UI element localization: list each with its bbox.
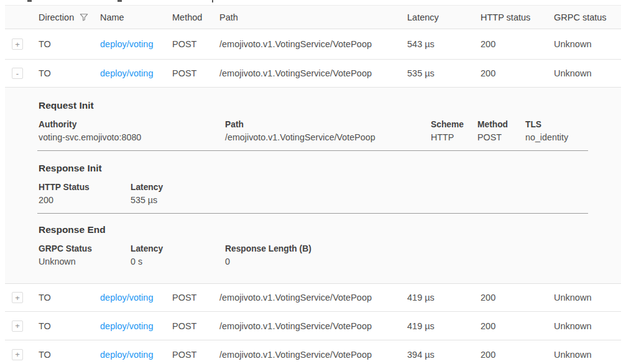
field-value: POST (477, 132, 525, 142)
direction-cell: TO (39, 68, 100, 78)
path-cell: /emojivoto.v1.VotingService/VotePoop (219, 68, 407, 78)
grpc-status-cell: Unknown (554, 68, 621, 78)
field-grpc-status: GRPC Status Unknown (39, 244, 131, 266)
field-label: Latency (131, 244, 225, 253)
http-status-cell: 200 (481, 293, 554, 303)
direction-cell: TO (39, 321, 100, 331)
tap-page: Direction Name Method Path Latency HTTP … (0, 0, 626, 364)
http-status-cell: 200 (481, 350, 554, 360)
field-label: Response Length (B) (225, 244, 311, 253)
field-label: Scheme (431, 120, 477, 129)
response-init-fields: HTTP Status 200 Latency 535 µs (39, 183, 621, 205)
tap-results-table: Direction Name Method Path Latency HTTP … (5, 5, 621, 364)
direction-header-label: Direction (39, 12, 74, 22)
row-detail-panel: Request Init Authority voting-svc.emojiv… (5, 88, 621, 284)
collapse-row-button[interactable]: - (12, 68, 23, 79)
field-latency: Latency 0 s (131, 244, 225, 266)
field-path: Path /emojivoto.v1.VotingService/VotePoo… (225, 120, 431, 142)
field-value: HTTP (431, 132, 477, 142)
latency-cell: 535 µs (407, 68, 481, 78)
field-value: 0 (225, 257, 311, 266)
column-header-direction: Direction (39, 12, 100, 22)
request-init-title: Request Init (39, 88, 621, 111)
column-header-method: Method (172, 12, 219, 22)
table-row: + TO deploy/voting POST /emojivoto.v1.Vo… (5, 312, 621, 340)
field-value: voting-svc.emojivoto:8080 (39, 132, 225, 142)
column-header-latency: Latency (407, 12, 481, 22)
expand-row-button[interactable]: + (12, 292, 23, 303)
expand-row-button[interactable]: + (12, 349, 23, 360)
expand-row-button[interactable]: + (12, 39, 23, 50)
response-init-title: Response Init (39, 151, 621, 174)
latency-cell: 419 µs (407, 293, 481, 303)
request-init-fields: Authority voting-svc.emojivoto:8080 Path… (39, 120, 621, 142)
field-value: no_identity (525, 132, 568, 142)
table-row-expanded: - TO deploy/voting POST /emojivoto.v1.Vo… (5, 60, 621, 88)
name-link[interactable]: deploy/voting (100, 68, 153, 78)
path-cell: /emojivoto.v1.VotingService/VotePoop (219, 350, 407, 360)
field-latency: Latency 535 µs (131, 183, 163, 205)
field-label: HTTP Status (39, 183, 131, 192)
grpc-status-cell: Unknown (554, 39, 621, 49)
field-label: GRPC Status (39, 244, 131, 253)
field-http-status: HTTP Status 200 (39, 183, 131, 205)
name-link[interactable]: deploy/voting (100, 350, 153, 360)
table-row: + TO deploy/voting POST /emojivoto.v1.Vo… (5, 29, 621, 60)
http-status-cell: 200 (481, 68, 554, 78)
grpc-status-cell: Unknown (554, 321, 621, 331)
column-header-name: Name (100, 12, 172, 22)
response-end-fields: GRPC Status Unknown Latency 0 s Response… (39, 244, 621, 266)
http-status-cell: 200 (481, 321, 554, 331)
latency-cell: 543 µs (407, 39, 481, 49)
method-cell: POST (172, 68, 219, 78)
field-label: TLS (525, 120, 568, 129)
field-label: Authority (39, 120, 225, 129)
clipped-text-artifact (27, 0, 32, 2)
method-cell: POST (172, 39, 219, 49)
field-value: 0 s (131, 257, 225, 266)
field-method: Method POST (477, 120, 525, 142)
clipped-text-artifact (117, 0, 122, 2)
field-response-length: Response Length (B) 0 (225, 244, 311, 266)
method-cell: POST (172, 293, 219, 303)
table-row: + TO deploy/voting POST /emojivoto.v1.Vo… (5, 284, 621, 312)
grpc-status-cell: Unknown (554, 350, 621, 360)
direction-cell: TO (39, 350, 100, 360)
latency-cell: 394 µs (407, 350, 481, 360)
path-cell: /emojivoto.v1.VotingService/VotePoop (219, 39, 407, 49)
field-authority: Authority voting-svc.emojivoto:8080 (39, 120, 225, 142)
field-label: Method (477, 120, 525, 129)
expand-row-button[interactable]: + (12, 321, 23, 332)
grpc-status-cell: Unknown (554, 293, 621, 303)
path-cell: /emojivoto.v1.VotingService/VotePoop (219, 321, 407, 331)
table-row: + TO deploy/voting POST /emojivoto.v1.Vo… (5, 340, 621, 364)
field-label: Path (225, 120, 431, 129)
field-value: 200 (39, 195, 131, 205)
http-status-cell: 200 (481, 39, 554, 49)
method-cell: POST (172, 321, 219, 331)
direction-cell: TO (39, 39, 100, 49)
clipped-text-artifact (212, 0, 213, 2)
name-link[interactable]: deploy/voting (100, 293, 153, 303)
table-header-row: Direction Name Method Path Latency HTTP … (5, 5, 621, 29)
direction-cell: TO (39, 293, 100, 303)
name-link[interactable]: deploy/voting (100, 39, 153, 49)
column-header-path: Path (219, 12, 407, 22)
field-value: Unknown (39, 257, 131, 266)
latency-cell: 419 µs (407, 321, 481, 331)
column-header-grpc-status: GRPC status (554, 12, 621, 22)
field-value: 535 µs (131, 195, 163, 205)
field-scheme: Scheme HTTP (431, 120, 477, 142)
method-cell: POST (172, 350, 219, 360)
filter-icon[interactable] (80, 13, 88, 22)
column-header-http-status: HTTP status (481, 12, 554, 22)
field-value: /emojivoto.v1.VotingService/VotePoop (225, 132, 431, 142)
field-tls: TLS no_identity (525, 120, 568, 142)
field-label: Latency (131, 183, 163, 192)
response-end-title: Response End (39, 214, 621, 235)
path-cell: /emojivoto.v1.VotingService/VotePoop (219, 293, 407, 303)
name-link[interactable]: deploy/voting (100, 321, 153, 331)
